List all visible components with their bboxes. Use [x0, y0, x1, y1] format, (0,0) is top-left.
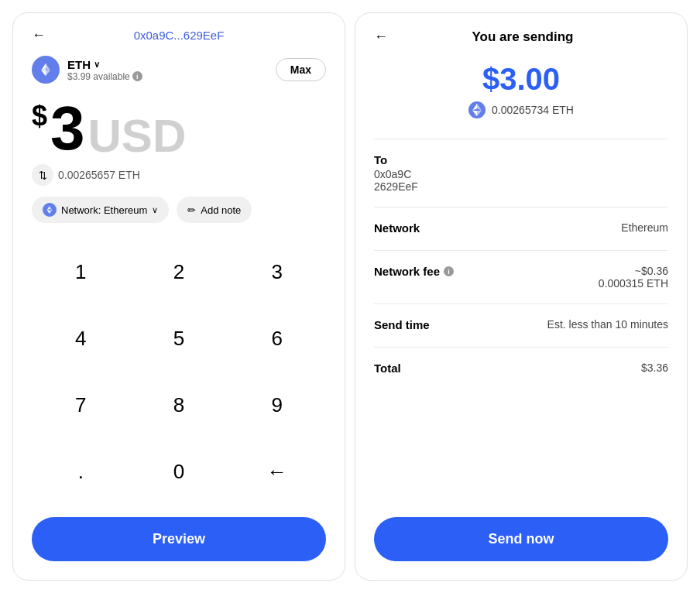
numpad-key-5[interactable]: 5 [130, 305, 228, 372]
token-label: ETH ∨ $3.99 available i [67, 58, 142, 82]
divider-top [374, 139, 668, 139]
fee-row: Network fee i ~$0.36 0.000315 ETH [374, 265, 668, 290]
network-label-right: Network [374, 221, 420, 235]
add-note-button[interactable]: ✏ Add note [177, 197, 252, 223]
fee-info-icon[interactable]: i [444, 266, 454, 276]
divider-3 [374, 303, 668, 304]
action-row: Network: Ethereum ∨ ✏ Add note [32, 197, 326, 223]
network-dropdown-icon: ∨ [152, 205, 158, 215]
svg-marker-10 [477, 104, 482, 111]
amount-number: 3 [50, 98, 85, 159]
send-eth-icon [468, 101, 486, 118]
max-button[interactable]: Max [276, 58, 326, 81]
eth-equivalent-text: 0.00265657 ETH [58, 169, 140, 181]
network-value: Ethereum [621, 221, 668, 234]
numpad-key-dot[interactable]: . [32, 438, 130, 505]
sendtime-value: Est. less than 10 minutes [547, 318, 668, 331]
sendtime-label: Send time [374, 318, 430, 331]
numpad-key-6[interactable]: 6 [228, 305, 326, 372]
total-label: Total [374, 362, 401, 375]
wallet-address-left[interactable]: 0x0a9C...629EeF [134, 29, 225, 42]
info-icon[interactable]: i [132, 71, 142, 81]
send-usd-amount: $3.00 [374, 62, 668, 97]
numpad-key-7[interactable]: 7 [32, 372, 130, 438]
fee-usd-value: ~$0.36 [599, 265, 668, 277]
to-value-line2: 2629EeF [374, 180, 668, 193]
network-button[interactable]: Network: Ethereum ∨ [32, 197, 169, 223]
svg-marker-12 [477, 111, 482, 117]
sendtime-row: Send time Est. less than 10 minutes [374, 318, 668, 333]
panel-title: You are sending [400, 29, 645, 45]
numpad: 1 2 3 4 5 6 7 8 9 . 0 ← [32, 238, 326, 505]
divider-1 [374, 207, 668, 207]
numpad-key-3[interactable]: 3 [228, 238, 326, 305]
eth-icon [32, 56, 60, 84]
network-label: Network: Ethereum [61, 204, 147, 216]
network-row: Network Ethereum [374, 221, 668, 236]
pencil-icon: ✏ [187, 204, 196, 216]
fee-eth-value: 0.000315 ETH [599, 277, 668, 290]
svg-marker-7 [47, 206, 50, 211]
network-eth-icon [43, 203, 57, 217]
send-eth-amount: 0.00265734 ETH [492, 104, 574, 116]
numpad-key-backspace[interactable]: ← [228, 438, 326, 505]
svg-marker-3 [41, 70, 46, 77]
fee-values: ~$0.36 0.000315 ETH [599, 265, 668, 290]
add-note-label: Add note [201, 204, 241, 216]
divider-2 [374, 250, 668, 251]
numpad-key-2[interactable]: 2 [130, 238, 228, 305]
send-amount: $3.00 0.00265734 ETH [374, 62, 668, 118]
svg-marker-6 [50, 206, 53, 211]
token-row: ETH ∨ $3.99 available i Max [32, 56, 326, 84]
numpad-key-1[interactable]: 1 [32, 238, 130, 305]
svg-marker-8 [50, 211, 53, 214]
amount-display: $ 3 USD [32, 98, 326, 159]
back-button-left[interactable]: ← [32, 27, 46, 43]
send-now-button[interactable]: Send now [374, 517, 668, 561]
to-label: To [374, 153, 668, 166]
swap-icon[interactable]: ⇅ [32, 164, 53, 186]
svg-marker-9 [47, 211, 50, 214]
left-top-bar: ← 0x0a9C...629EeF [32, 29, 326, 42]
numpad-key-9[interactable]: 9 [228, 372, 326, 438]
amount-currency: USD [88, 113, 187, 159]
token-name[interactable]: ETH ∨ [67, 58, 142, 71]
preview-button[interactable]: Preview [32, 517, 326, 561]
eth-equivalent-row: ⇅ 0.00265657 ETH [32, 164, 326, 186]
token-info: ETH ∨ $3.99 available i [32, 56, 142, 84]
svg-marker-2 [46, 70, 50, 77]
detail-section: To 0x0a9C 2629EeF Network Ethereum Netwo… [374, 153, 668, 517]
back-button-right[interactable]: ← [374, 29, 388, 45]
token-available: $3.99 available i [67, 71, 142, 82]
numpad-key-4[interactable]: 4 [32, 305, 130, 372]
total-row: Total $3.36 [374, 362, 668, 376]
numpad-key-0[interactable]: 0 [130, 438, 228, 505]
total-value: $3.36 [641, 362, 668, 374]
token-dropdown-icon: ∨ [94, 60, 100, 70]
send-eth-row: 0.00265734 ETH [374, 101, 668, 118]
to-value-line1: 0x0a9C [374, 168, 668, 180]
divider-4 [374, 347, 668, 348]
svg-marker-11 [472, 104, 477, 111]
right-top-bar: ← You are sending [374, 29, 668, 45]
fee-label: Network fee i [374, 265, 454, 278]
numpad-key-8[interactable]: 8 [130, 372, 228, 438]
to-row: To 0x0a9C 2629EeF [374, 153, 668, 193]
dollar-sign: $ [32, 98, 47, 130]
svg-marker-13 [472, 111, 477, 117]
